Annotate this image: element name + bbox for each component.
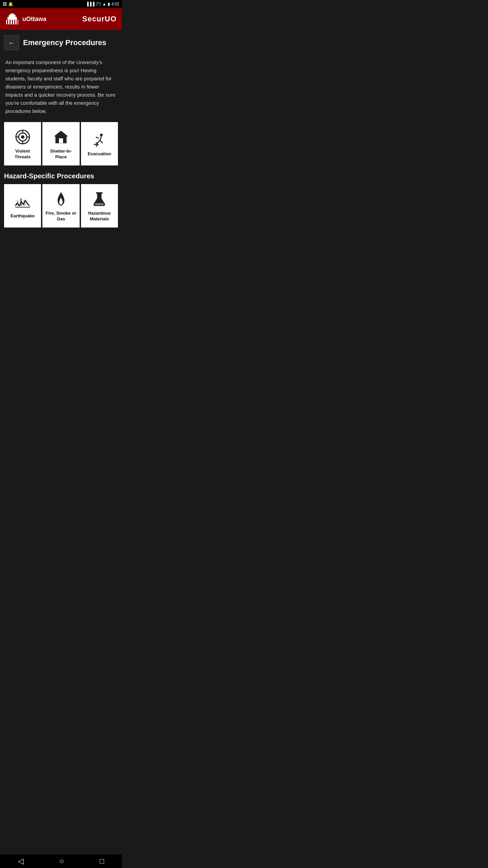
fire-icon bbox=[53, 191, 69, 207]
shelter-in-place-card[interactable]: Shelter-In-Place bbox=[42, 122, 79, 165]
evacuation-icon bbox=[91, 132, 107, 148]
svg-rect-28 bbox=[23, 200, 25, 206]
earthquake-label: Earthquake bbox=[11, 213, 35, 219]
evacuation-card[interactable]: Evacuation bbox=[81, 122, 118, 165]
battery-icon: ▮ bbox=[108, 2, 110, 6]
house-icon bbox=[53, 129, 69, 145]
svg-rect-26 bbox=[17, 200, 19, 206]
university-logo-icon bbox=[5, 12, 19, 26]
emergency-cards-grid: ViolentThreats Shelter-In-Place bbox=[0, 122, 122, 165]
university-name-label: uOttawa bbox=[22, 16, 46, 23]
evacuation-label: Evacuation bbox=[88, 151, 111, 157]
description-text: An important component of the University… bbox=[0, 56, 122, 122]
gallery-icon: 🖼 bbox=[3, 2, 7, 6]
fire-smoke-gas-label: Fire, Smoke or Gas bbox=[45, 211, 77, 222]
hazard-cards-grid: Earthquake Fire, Smoke or Gas Hazardous … bbox=[0, 184, 122, 228]
svg-rect-9 bbox=[6, 24, 18, 25]
svg-rect-27 bbox=[20, 198, 22, 206]
back-arrow-icon: ← bbox=[8, 39, 15, 47]
back-button[interactable]: ← bbox=[4, 35, 19, 50]
wifi-icon: ▲ bbox=[102, 2, 106, 6]
app-header: uOttawa SecurUO bbox=[0, 8, 122, 30]
status-bar: 🖼 🔔 ▐▐▐ 📳 ▲ ▮ 4:02 bbox=[0, 0, 122, 8]
svg-rect-8 bbox=[17, 20, 18, 25]
hazmat-icon bbox=[91, 191, 107, 207]
app-name-label: SecurUO bbox=[82, 15, 117, 23]
violent-threats-label: ViolentThreats bbox=[15, 149, 30, 160]
earthquake-card[interactable]: Earthquake bbox=[4, 184, 41, 228]
vibrate-icon: 📳 bbox=[96, 2, 101, 6]
svg-rect-29 bbox=[96, 192, 103, 194]
page-title-area: ← Emergency Procedures bbox=[0, 30, 122, 56]
svg-rect-4 bbox=[7, 20, 8, 25]
svg-rect-7 bbox=[14, 20, 15, 25]
status-bar-right: ▐▐▐ 📳 ▲ ▮ 4:02 bbox=[86, 2, 119, 6]
time-display: 4:02 bbox=[111, 2, 119, 6]
hazardous-materials-label: Hazardous Materials bbox=[84, 211, 115, 222]
hazardous-materials-card[interactable]: Hazardous Materials bbox=[81, 184, 118, 228]
logo-area: uOttawa bbox=[5, 12, 46, 26]
svg-rect-6 bbox=[12, 20, 13, 25]
svg-rect-18 bbox=[59, 138, 63, 143]
svg-rect-3 bbox=[10, 14, 14, 16]
page-title: Emergency Procedures bbox=[23, 38, 106, 47]
svg-point-19 bbox=[100, 134, 103, 136]
target-icon bbox=[15, 129, 31, 145]
svg-point-12 bbox=[21, 136, 24, 138]
shelter-in-place-label: Shelter-In-Place bbox=[50, 149, 72, 160]
fire-smoke-gas-card[interactable]: Fire, Smoke or Gas bbox=[42, 184, 79, 228]
svg-line-22 bbox=[100, 140, 103, 143]
earthquake-icon bbox=[15, 194, 31, 210]
signal-icon: ▐▐▐ bbox=[86, 2, 95, 6]
svg-line-23 bbox=[96, 137, 99, 138]
notification-icon: 🔔 bbox=[8, 2, 13, 6]
svg-rect-5 bbox=[9, 20, 11, 25]
svg-line-20 bbox=[100, 136, 101, 140]
violent-threats-card[interactable]: ViolentThreats bbox=[4, 122, 41, 165]
hazard-section-heading: Hazard-Specific Procedures bbox=[0, 165, 122, 184]
status-bar-left: 🖼 🔔 bbox=[3, 2, 13, 6]
svg-line-21 bbox=[97, 140, 100, 143]
